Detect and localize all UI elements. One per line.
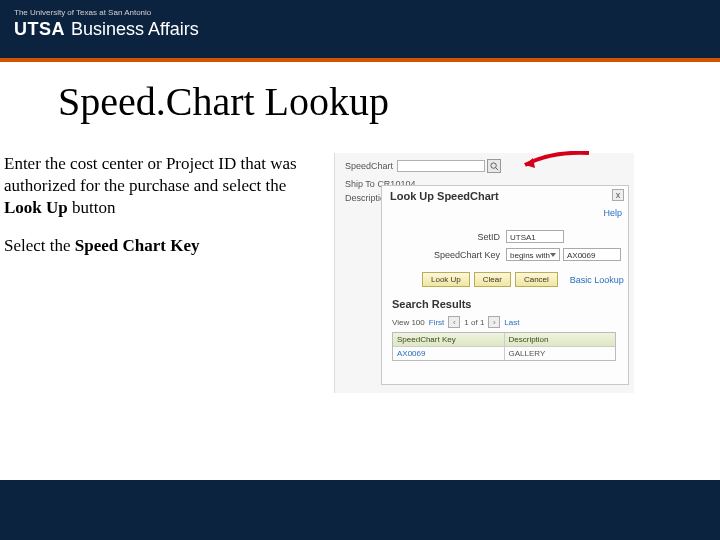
results-pager: View 100 First ‹ 1 of 1 › Last (392, 316, 519, 328)
svg-point-0 (490, 162, 495, 167)
screenshot-panel: SpeedChart Ship To CR10104 Description T… (334, 153, 634, 393)
cancel-button[interactable]: Cancel (515, 272, 558, 287)
col-speedchart-key[interactable]: SpeedChart Key (393, 333, 505, 346)
pager-last[interactable]: Last (504, 318, 519, 327)
speedchart-input[interactable] (397, 160, 485, 172)
view-100[interactable]: View 100 (392, 318, 425, 327)
speedchart-key-input[interactable]: AX0069 (563, 248, 621, 261)
content-row: Enter the cost center or Project ID that… (48, 153, 672, 393)
lookup-modal: Look Up SpeedChart x Help SetID UTSA1 Sp… (381, 185, 629, 385)
university-name: The University of Texas at San Antonio (14, 8, 706, 17)
speedchart-key-row: SpeedChart Key begins with AX0069 (422, 248, 621, 261)
speedchart-label: SpeedChart (345, 161, 393, 171)
table-row: AX0069 GALLERY (393, 346, 615, 360)
instruction-text: Enter the cost center or Project ID that… (4, 153, 334, 393)
utsa-logo: UTSA (14, 19, 65, 40)
magnifier-icon (490, 162, 499, 171)
pager-prev-button[interactable]: ‹ (448, 316, 460, 328)
setid-row: SetID UTSA1 (422, 230, 564, 243)
results-table: SpeedChart Key Description AX0069 GALLER… (392, 332, 616, 361)
setid-label: SetID (422, 232, 500, 242)
operator-dropdown[interactable]: begins with (506, 248, 560, 261)
ship-to-label: Ship To (345, 179, 375, 189)
modal-close-button[interactable]: x (612, 189, 624, 201)
department-name: Business Affairs (71, 19, 199, 40)
slide-content: Speed.Chart Lookup Enter the cost center… (0, 62, 720, 393)
result-key-link[interactable]: AX0069 (393, 346, 505, 360)
lookup-button[interactable] (487, 159, 501, 173)
footer-bar (0, 480, 720, 540)
pager-first[interactable]: First (429, 318, 445, 327)
setid-value: UTSA1 (506, 230, 564, 243)
speedchart-key-label: SpeedChart Key (422, 250, 500, 260)
modal-button-row: Look Up Clear Cancel Basic Lookup (422, 272, 624, 287)
table-header-row: SpeedChart Key Description (393, 333, 615, 346)
red-arrow-annotation (521, 151, 591, 171)
pager-range: 1 of 1 (464, 318, 484, 327)
pager-next-button[interactable]: › (488, 316, 500, 328)
speedchart-field-row: SpeedChart (345, 159, 501, 173)
search-results-title: Search Results (392, 298, 471, 310)
col-description[interactable]: Description (505, 333, 616, 346)
help-link[interactable]: Help (603, 208, 622, 218)
result-description: GALLERY (505, 346, 616, 360)
instruction-1: Enter the cost center or Project ID that… (4, 153, 328, 219)
instruction-2: Select the Speed Chart Key (4, 235, 328, 257)
header-bar: The University of Texas at San Antonio U… (0, 0, 720, 58)
basic-lookup-link[interactable]: Basic Lookup (570, 275, 624, 285)
slide-title: Speed.Chart Lookup (58, 78, 672, 125)
header-brand: UTSA Business Affairs (14, 19, 706, 40)
clear-button[interactable]: Clear (474, 272, 511, 287)
lookup-submit-button[interactable]: Look Up (422, 272, 470, 287)
modal-title: Look Up SpeedChart (390, 190, 499, 202)
svg-line-1 (495, 167, 498, 170)
